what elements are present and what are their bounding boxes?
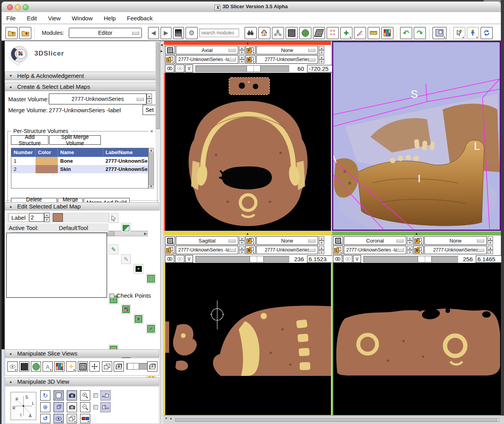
collapse-pane-icon[interactable]: ▲	[246, 41, 249, 45]
sagittal-slice-view[interactable]	[164, 263, 331, 415]
table-row[interactable]: 1 Bone 2777-UnknownSe	[11, 157, 148, 165]
background-layer-button[interactable]: B▼	[245, 55, 256, 64]
collapse-down-icon[interactable]: ▼	[165, 417, 168, 420]
slice-visibility-button[interactable]	[175, 255, 184, 263]
label-spinner[interactable]: ▲▼	[239, 55, 245, 64]
menu-edit[interactable]: Edit	[22, 15, 42, 22]
foreground-spinner[interactable]: ▲▼	[319, 236, 324, 245]
slice-layout-button[interactable]: ▼	[165, 236, 175, 245]
slice-layout-button[interactable]: ▼	[165, 46, 175, 54]
roi-button[interactable]: ✚▼	[340, 27, 352, 39]
load-scene-button[interactable]	[5, 27, 18, 39]
measurements-button[interactable]	[368, 27, 380, 39]
axial-label-combo[interactable]: 2777-UnknownSeries -label	[176, 55, 238, 64]
slice-options-button[interactable]: •••▼	[185, 255, 193, 263]
background-spinner[interactable]: ▲▼	[319, 55, 324, 64]
check-points-checkbox[interactable]	[109, 293, 114, 298]
table-row[interactable]: 2 Skin 2777-UnknownSe	[11, 165, 148, 173]
axial-slice-slider[interactable]	[195, 65, 289, 72]
redo-button[interactable]: ↷	[414, 27, 426, 39]
pitch-down-button[interactable]: ⤿	[100, 402, 111, 412]
refresh-view-button[interactable]	[481, 27, 493, 39]
coronal-background-combo[interactable]: 2777-UnknownSeries	[424, 246, 487, 254]
foreground-spinner[interactable]: ▲▼	[488, 236, 493, 245]
image-stack-button[interactable]: ▼	[67, 414, 77, 423]
rectangle-tool-button[interactable]	[146, 274, 156, 284]
axial-slice-offset[interactable]: -720.25	[307, 65, 333, 72]
set-merge-volume-button[interactable]: Set	[143, 105, 157, 115]
mouse-pick-button[interactable]: ▼	[453, 27, 465, 39]
default-tool-button[interactable]	[109, 213, 118, 223]
sagittal-header-strip[interactable]: ▲	[164, 232, 331, 235]
sagittal-background-combo[interactable]: 2777-UnknownSeries	[256, 246, 318, 254]
orientation-spinner[interactable]: ▲▼	[239, 236, 245, 245]
module-back-button[interactable]: ◀	[148, 27, 159, 39]
slice-visibility-button[interactable]	[343, 255, 352, 263]
sagittal-slice-slider[interactable]	[195, 256, 289, 262]
label-spinner[interactable]: ▲▼	[407, 246, 413, 254]
navigation-button[interactable]	[89, 361, 100, 372]
background-layer-button[interactable]: B▼	[245, 246, 256, 254]
look-from-checkbox-2[interactable]	[93, 405, 98, 410]
compare-background-button[interactable]: B	[114, 361, 124, 372]
foreground-spinner[interactable]: ▲▼	[319, 46, 324, 54]
mouse-place-button[interactable]: ▼	[467, 27, 479, 39]
spreadsheet-button[interactable]	[286, 27, 298, 39]
section-manipulate-3d-view[interactable]: ▲ Manipulate 3D View	[5, 377, 159, 386]
label-spinner[interactable]: ▲▼	[44, 213, 50, 222]
zoom-out-button[interactable]	[80, 402, 90, 412]
viewport-hscrollbar[interactable]	[175, 418, 499, 422]
slider-thumb[interactable]	[127, 363, 139, 370]
collapse-left-icon[interactable]: ◀	[161, 43, 163, 47]
expand-right-icon[interactable]: ▶	[161, 50, 163, 53]
background-layer-button[interactable]: B▼	[413, 246, 424, 254]
section-create-select-label-maps[interactable]: ▲ Create & Select Label Maps	[5, 83, 159, 91]
axial-foreground-combo[interactable]: None	[256, 46, 318, 54]
menu-help[interactable]: Help	[99, 15, 120, 22]
save-island-button[interactable]: ✓	[146, 324, 156, 334]
spin-view-button[interactable]: ↺	[40, 414, 50, 423]
menu-view[interactable]: View	[43, 15, 65, 22]
coronal-orientation-combo[interactable]: Coronal	[344, 236, 406, 245]
collapse-pane-icon[interactable]: ▲	[246, 232, 249, 235]
coronal-label-combo[interactable]: 2777-UnknownSeries -label	[344, 246, 406, 254]
add-structure-button[interactable]: Add Structure	[11, 135, 48, 145]
paint-tool-button[interactable]: ✎	[109, 244, 118, 254]
link-slices-button[interactable]	[165, 255, 174, 263]
collapse-pane-icon[interactable]: ▲	[415, 232, 418, 235]
module-forward-button[interactable]: ▶	[161, 27, 172, 39]
split-merge-volume-button[interactable]: Split Merge Volume	[49, 135, 101, 145]
undo-button[interactable]: ↶	[400, 27, 412, 39]
orientation-spinner[interactable]: ▲▼	[239, 46, 245, 54]
view-cube-button[interactable]	[54, 402, 64, 412]
remove-islands-button[interactable]: ✕	[134, 314, 143, 324]
slice-options-button[interactable]: •••▼	[185, 65, 193, 72]
erase-label-button[interactable]	[121, 223, 131, 233]
title-bar[interactable]: X3D Slicer Version 3.5 Alpha	[2, 2, 501, 13]
transforms-button[interactable]	[313, 27, 325, 39]
slice-layout-button[interactable]: ▼	[333, 236, 343, 245]
coronal-slice-slider[interactable]	[363, 256, 458, 262]
close-group-button[interactable]: ×	[148, 128, 155, 134]
screenshot-button-2[interactable]	[67, 402, 77, 412]
annotation-style-button[interactable]: A▼	[43, 361, 53, 372]
label-value-input[interactable]	[29, 213, 44, 222]
section-edit-selected-label-map[interactable]: ▲ Edit Selected Label Map	[5, 202, 159, 210]
menu-feedback[interactable]: Feedback	[122, 15, 157, 22]
spin-down-icon[interactable]: ▼	[147, 99, 152, 104]
section-help-acknowledgement[interactable]: ▼ Help & Acknowledgement	[5, 72, 159, 80]
module-select-combo[interactable]: Editor	[69, 28, 142, 38]
sagittal-label-combo[interactable]: 2777-UnknownSeries -label	[176, 246, 238, 254]
look-from-checkbox[interactable]	[93, 393, 98, 398]
axial-slice-view[interactable]	[164, 73, 331, 231]
orientation-spinner[interactable]: ▲▼	[407, 236, 413, 245]
slider-thumb[interactable]	[247, 65, 261, 72]
fit-to-window-button[interactable]: F	[147, 361, 157, 372]
volume-rendering-button[interactable]	[299, 27, 311, 39]
orientation-axes-widget[interactable]: S P L R I A	[11, 392, 36, 420]
center-view-button[interactable]	[54, 390, 64, 401]
label-layer-button[interactable]: L▼	[165, 55, 175, 64]
foreground-layer-button[interactable]: F▼	[245, 236, 256, 245]
crosshair-button[interactable]: ✛▼	[66, 361, 76, 372]
axial-background-combo[interactable]: 2777-UnknownSeries	[256, 55, 318, 64]
